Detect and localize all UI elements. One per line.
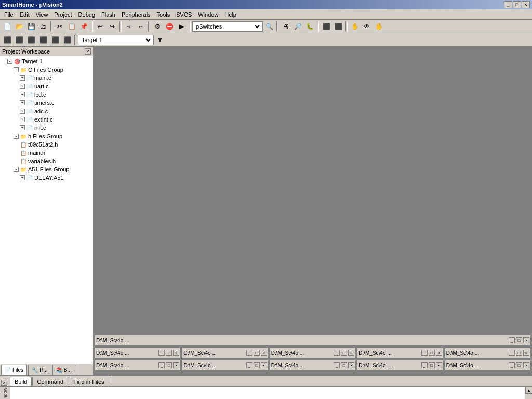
sub-win-1-4-close[interactable]: × [523, 350, 529, 356]
sub-win-0-0-minimize[interactable]: _ [509, 337, 515, 343]
print-button[interactable]: 🖨 [280, 21, 291, 32]
tree-item-main-c[interactable]: + 📄 main.c [1, 74, 92, 82]
sub-win-1-3-close[interactable]: × [436, 350, 442, 356]
sub-win-2-0-max[interactable]: □ [166, 362, 172, 368]
expander-adc-c[interactable]: + [20, 109, 25, 114]
tree-item-init-c[interactable]: + 📄 init.c [1, 124, 92, 132]
sub-win-1-2-min[interactable]: _ [334, 350, 340, 356]
sub-win-2-2-close[interactable]: × [348, 362, 354, 368]
tree-item-t89c51[interactable]: 📋 t89c51at2.h [1, 140, 92, 149]
sub-win-1-1-close[interactable]: × [261, 350, 267, 356]
scroll-up-button[interactable]: ▲ [525, 387, 532, 394]
expander-lcd-c[interactable]: + [20, 92, 25, 97]
sub-win-1-0-close[interactable]: × [173, 350, 179, 356]
proj-btn3[interactable]: ⬛ [25, 35, 37, 45]
sub-win-1-3[interactable]: D:\M_Sc\4o ... _ □ × [357, 347, 443, 358]
sub-win-2-3-close[interactable]: × [436, 362, 442, 368]
sub-win-2-1-min[interactable]: _ [246, 362, 252, 368]
debug-toggle[interactable]: 🐛 [304, 21, 315, 32]
expander-extint-c[interactable]: + [20, 117, 25, 122]
sub-win-1-0-min[interactable]: _ [158, 350, 165, 356]
minimize-button[interactable]: _ [504, 1, 512, 8]
sub-win-2-2-max[interactable]: □ [341, 362, 347, 368]
tree-item-lcd-c[interactable]: + 📄 lcd.c [1, 90, 92, 99]
menu-tools[interactable]: Tools [154, 10, 174, 19]
tab-findinfiles[interactable]: Find in Files [69, 377, 109, 386]
indent-button[interactable]: → [123, 21, 135, 32]
proj-btn4[interactable]: ⬛ [37, 35, 49, 45]
sub-win-0-0-maximize[interactable]: □ [516, 337, 522, 343]
sub-win-2-0[interactable]: D:\M_Sc\4o ... _ □ × [95, 360, 181, 371]
tab-books[interactable]: 📚 B... [52, 365, 75, 375]
tree-item-target1[interactable]: - 🎯 Target 1 [1, 57, 92, 65]
sub-win-1-2-close[interactable]: × [348, 350, 354, 356]
sub-win-0-0-close[interactable]: × [523, 337, 529, 343]
sub-win-2-2[interactable]: D:\M_Sc\4o ... _ □ × [270, 360, 356, 371]
menu-debug[interactable]: Debug [75, 10, 98, 19]
sub-win-1-4[interactable]: D:\M_Sc\4o ... _ □ × [445, 347, 531, 358]
new-file-button[interactable]: 📄 [2, 21, 13, 32]
tree-item-uart-c[interactable]: + 📄 uart.c [1, 82, 92, 90]
sub-win-1-2[interactable]: D:\M_Sc\4o ... _ □ × [270, 347, 356, 358]
expander-main-c[interactable]: + [20, 75, 25, 81]
btn-extra5[interactable]: 🖐 [373, 21, 384, 32]
stop-button[interactable]: ⛔ [164, 21, 175, 32]
save-all-button[interactable]: 🗂 [37, 21, 49, 32]
close-button[interactable]: × [522, 1, 530, 8]
btn-extra4[interactable]: 👁 [361, 21, 373, 32]
sub-win-1-0-max[interactable]: □ [166, 350, 172, 356]
sub-win-2-0-close[interactable]: × [173, 362, 179, 368]
tree-item-a51filesgroup[interactable]: - 📁 A51 Files Group [1, 165, 92, 174]
menu-window[interactable]: Window [195, 10, 221, 19]
sub-win-1-3-max[interactable]: □ [429, 350, 435, 356]
paste-button[interactable]: 📌 [78, 21, 89, 32]
sub-win-1-3-min[interactable]: _ [421, 350, 428, 356]
menu-help[interactable]: Help [221, 10, 240, 19]
build-button[interactable]: ⚙ [152, 21, 163, 32]
sub-win-1-0[interactable]: D:\M_Sc\4o ... _ □ × [95, 347, 181, 358]
expander-uart-c[interactable]: + [20, 84, 25, 89]
editor-content[interactable]: D:\M_Sc\4o ... _ □ × D:\M_Sc\4o ... _ □ … [94, 47, 532, 375]
tab-regs[interactable]: 🔧 R... [28, 365, 51, 375]
copy-button[interactable]: 📋 [66, 21, 77, 32]
expander-timers-c[interactable]: + [20, 100, 25, 105]
tree-item-delay-a51[interactable]: + 📄 DELAY.A51 [1, 174, 92, 182]
redo-button[interactable]: ↪ [107, 21, 118, 32]
proj-btn5[interactable]: ⬛ [49, 35, 61, 45]
pswitches-select[interactable]: pSwitches [194, 23, 261, 30]
sub-win-2-4-max[interactable]: □ [516, 362, 522, 368]
sub-win-2-2-min[interactable]: _ [334, 362, 340, 368]
sub-win-1-4-min[interactable]: _ [509, 350, 515, 356]
menu-peripherals[interactable]: Peripherals [118, 10, 154, 19]
target-select[interactable]: Target 1 [79, 36, 152, 44]
menu-view[interactable]: View [33, 10, 51, 19]
btn-extra1[interactable]: ⬛ [321, 21, 332, 32]
expander-init-c[interactable]: + [20, 125, 25, 130]
btn-extra2[interactable]: ⬛ [332, 21, 344, 32]
open-file-button[interactable]: 📂 [14, 21, 25, 32]
expander-delay-a51[interactable]: + [20, 175, 25, 180]
expander-hfiles[interactable]: - [14, 134, 19, 139]
expander-cfiles[interactable]: - [14, 67, 19, 72]
output-text-area[interactable] [10, 387, 525, 399]
run-button[interactable]: ▶ [176, 21, 187, 32]
find-button[interactable]: 🔎 [292, 21, 303, 32]
output-close-button[interactable]: × [1, 380, 7, 386]
sub-win-1-1-min[interactable]: _ [246, 350, 252, 356]
save-button[interactable]: 💾 [25, 21, 37, 32]
search-button[interactable]: 🔍 [263, 21, 275, 32]
menu-edit[interactable]: Edit [17, 10, 33, 19]
unindent-button[interactable]: ← [135, 21, 147, 32]
scroll-track[interactable] [525, 394, 532, 399]
sub-win-2-3[interactable]: D:\M_Sc\4o ... _ □ × [357, 360, 443, 371]
sub-win-2-3-max[interactable]: □ [429, 362, 435, 368]
sub-win-2-4-min[interactable]: _ [509, 362, 515, 368]
btn-extra3[interactable]: ✋ [349, 21, 361, 32]
sub-win-2-4-close[interactable]: × [523, 362, 529, 368]
tree-item-timers-c[interactable]: + 📄 timers.c [1, 99, 92, 107]
proj-btn6[interactable]: ⬛ [61, 35, 73, 45]
pswitches-dropdown[interactable]: pSwitches [192, 21, 263, 32]
sub-win-2-1-close[interactable]: × [261, 362, 267, 368]
proj-btn1[interactable]: ⬛ [2, 35, 13, 45]
tree-item-hfilesgroup[interactable]: - 📁 h Files Group [1, 132, 92, 140]
